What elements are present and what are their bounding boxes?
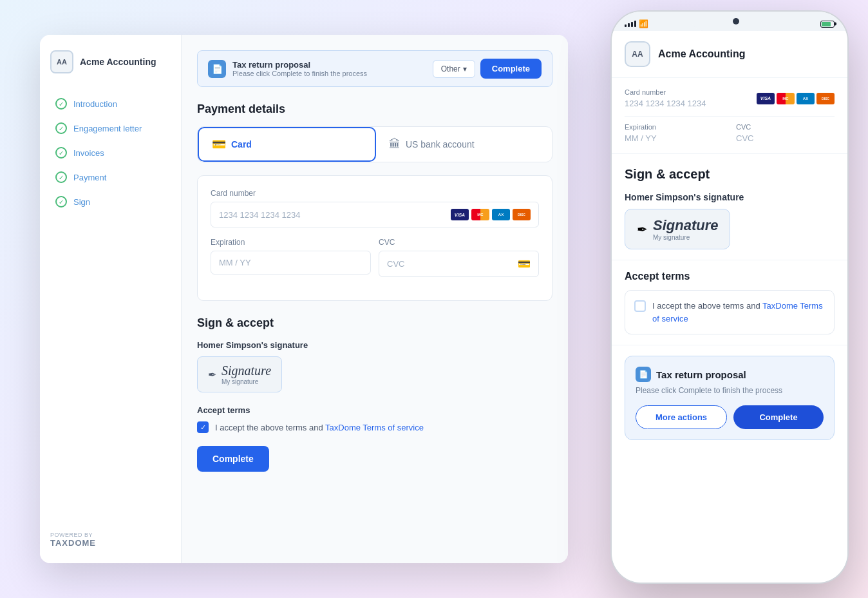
banner-text: Tax return proposal Please click Complet…	[232, 60, 367, 77]
proposal-icon: 📄	[208, 60, 226, 78]
phone-proposal-icon: 📄	[636, 367, 651, 382]
sidebar: AA Acme Accounting ✓ Introduction ✓ Enga…	[40, 35, 182, 563]
phone-proposal-title: Tax return proposal	[656, 369, 746, 380]
mastercard-logo: MC	[471, 209, 489, 220]
card-number-placeholder: 1234 1234 1234 1234	[219, 210, 301, 220]
sidebar-item-engagement[interactable]: ✓ Engagement letter	[50, 119, 171, 138]
other-button[interactable]: Other ▾	[433, 60, 475, 78]
payment-section: Payment details 💳 Card 🏛 US bank account…	[197, 102, 552, 301]
signature-sub: My signature	[222, 378, 271, 385]
signal-bars	[625, 21, 636, 27]
phone-sign-section: Sign & accept Homer Simpson's signature …	[612, 154, 847, 260]
phone-more-actions-button[interactable]: More actions	[636, 405, 727, 429]
expiry-cvc-row: Expiration MM / YY CVC CVC 💳	[211, 238, 539, 287]
signal-bar-2	[628, 23, 630, 27]
sidebar-label-introduction: Introduction	[73, 99, 117, 109]
phone-sig-name: Homer Simpson's signature	[625, 192, 835, 202]
expiration-input[interactable]: MM / YY	[211, 251, 371, 275]
taxdome-brand: TAXDOME	[50, 538, 171, 548]
banner-right: Other ▾ Complete	[433, 59, 542, 79]
wifi-icon: 📶	[639, 19, 648, 28]
card-number-input[interactable]: 1234 1234 1234 1234 VISA MC AX DISC	[211, 202, 539, 227]
card-number-group: Card number 1234 1234 1234 1234 VISA MC …	[211, 189, 539, 227]
sidebar-item-sign[interactable]: ✓ Sign	[50, 192, 171, 211]
card-tab[interactable]: 💳 Card	[198, 127, 376, 162]
pen-icon: ✒	[208, 369, 216, 381]
check-icon-invoices: ✓	[55, 147, 67, 159]
cvc-input[interactable]: CVC 💳	[379, 251, 539, 277]
phone-proposal-sub: Please click Complete to finish the proc…	[636, 386, 824, 395]
phone-proposal-section: 📄 Tax return proposal Please click Compl…	[612, 345, 847, 456]
signal-bar-4	[634, 21, 636, 27]
check-icon-sign: ✓	[55, 196, 67, 207]
sidebar-item-invoices[interactable]: ✓ Invoices	[50, 143, 171, 162]
terms-text: I accept the above terms and TaxDome Ter…	[215, 423, 424, 432]
card-tab-label: Card	[231, 139, 252, 150]
signature-text: Signature	[222, 363, 271, 378]
cvc-card-icon: 💳	[518, 258, 531, 270]
bank-tab-label: US bank account	[406, 139, 475, 150]
phone-buttons: More actions Complete	[636, 405, 824, 429]
phone-status-right	[820, 21, 835, 28]
visa-logo: VISA	[451, 209, 469, 220]
phone-container: 📶 AA Acme Accounting Card	[610, 10, 849, 584]
sign-section: Sign & accept Homer Simpson's signature …	[197, 316, 552, 472]
banner-left: 📄 Tax return proposal Please click Compl…	[208, 60, 367, 78]
expiration-label: Expiration	[211, 238, 371, 247]
main-content: 📄 Tax return proposal Please click Compl…	[182, 35, 568, 563]
payment-section-title: Payment details	[197, 102, 552, 116]
phone-visa-logo: VISA	[757, 93, 775, 104]
terms-row: ✓ I accept the above terms and TaxDome T…	[197, 421, 552, 433]
banner-complete-button[interactable]: Complete	[480, 59, 542, 79]
cvc-group: CVC CVC 💳	[379, 238, 539, 277]
phone-sig-text: Signature	[653, 217, 718, 234]
phone-sign-title: Sign & accept	[625, 167, 835, 182]
phone-expiration-value: MM / YY	[625, 133, 723, 143]
expiration-placeholder: MM / YY	[219, 258, 251, 267]
phone-cvc-label: CVC	[736, 123, 835, 131]
check-icon-engagement: ✓	[55, 122, 67, 134]
phone-status-left: 📶	[625, 19, 648, 28]
phone-pen-icon: ✒	[637, 222, 648, 237]
sidebar-navigation: ✓ Introduction ✓ Engagement letter ✓ Inv…	[50, 94, 171, 211]
sidebar-logo: AA Acme Accounting	[50, 50, 171, 73]
bank-tab[interactable]: 🏛 US bank account	[376, 127, 552, 162]
phone-signature-box[interactable]: ✒ Signature My signature	[625, 209, 730, 249]
phone-frame: 📶 AA Acme Accounting Card	[610, 10, 849, 584]
phone-card-number-label: Card number	[625, 88, 706, 96]
phone-card-number-group: Card number 1234 1234 1234 1234	[625, 88, 706, 108]
phone-notch	[691, 12, 768, 31]
company-logo: AA	[50, 50, 73, 73]
banner-subtitle: Please click Complete to finish the proc…	[232, 70, 367, 77]
terms-checkbox[interactable]: ✓	[197, 421, 209, 433]
main-complete-button[interactable]: Complete	[197, 446, 269, 472]
powered-by-text: Powered by	[50, 532, 171, 538]
phone-company-name: Acme Accounting	[658, 48, 745, 60]
cvc-label: CVC	[379, 238, 539, 247]
phone-card-number-value: 1234 1234 1234 1234	[625, 99, 706, 108]
terms-link[interactable]: TaxDome Terms of service	[325, 423, 424, 432]
phone-complete-button[interactable]: Complete	[733, 405, 824, 429]
signature-content: Signature My signature	[222, 363, 271, 385]
phone-terms-checkbox[interactable]	[634, 300, 646, 312]
signal-bar-1	[625, 24, 627, 27]
signature-label: Homer Simpson's signature	[197, 340, 552, 350]
sidebar-item-payment[interactable]: ✓ Payment	[50, 168, 171, 187]
phone-terms-text: I accept the above terms and TaxDome Ter…	[652, 300, 825, 325]
phone-disc-logo: DISC	[816, 93, 835, 104]
sidebar-label-engagement: Engagement letter	[73, 124, 142, 133]
sidebar-label-invoices: Invoices	[73, 148, 104, 158]
phone-header: AA Acme Accounting	[612, 31, 847, 78]
phone-expiration-group: Expiration MM / YY	[625, 123, 723, 143]
phone-sig-content: Signature My signature	[653, 217, 718, 241]
phone-content: AA Acme Accounting Card number 1234 1234…	[612, 31, 847, 583]
phone-company-logo: AA	[625, 41, 650, 67]
company-name: Acme Accounting	[80, 57, 156, 67]
bank-icon: 🏛	[389, 138, 401, 151]
phone-proposal-top: 📄 Tax return proposal	[636, 367, 824, 382]
sidebar-item-introduction[interactable]: ✓ Introduction	[50, 94, 171, 113]
signature-box[interactable]: ✒ Signature My signature	[197, 356, 282, 392]
amex-logo: AX	[492, 209, 510, 220]
phone-card-section: Card number 1234 1234 1234 1234 VISA MC …	[612, 78, 847, 154]
card-form: Card number 1234 1234 1234 1234 VISA MC …	[197, 175, 552, 301]
